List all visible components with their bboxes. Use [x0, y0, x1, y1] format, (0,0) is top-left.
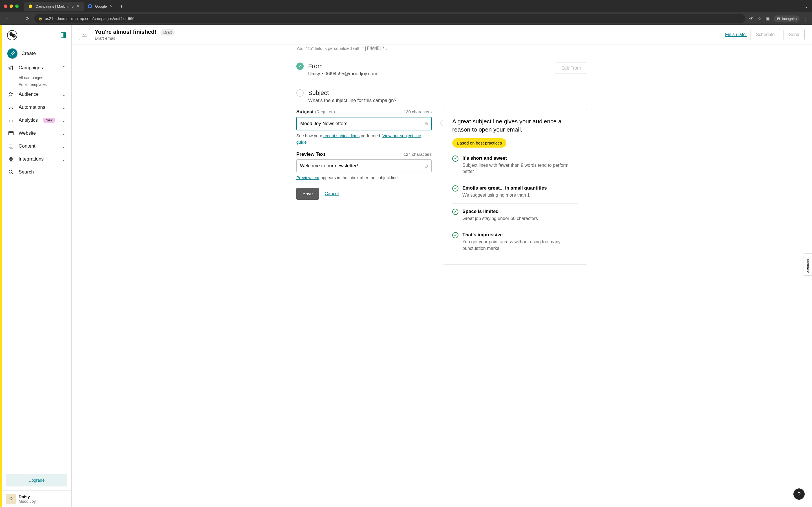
chevron-down-icon: ⌄ [62, 117, 66, 123]
svg-rect-15 [11, 160, 13, 161]
page-subtitle: Draft email [95, 36, 175, 41]
incognito-indicator[interactable]: 🕶 Incognito [774, 15, 800, 22]
scroll-content[interactable]: Your "To" field is personalized with *|F… [71, 45, 812, 507]
svg-rect-9 [9, 131, 13, 135]
edit-from-button[interactable]: Edit From [555, 62, 587, 74]
tip-desc: Great job staying under 60 characters [462, 216, 538, 222]
page-title: You're almost finished! [95, 29, 156, 35]
section-title: Subject [308, 89, 396, 97]
people-icon [7, 91, 15, 98]
toolbar-actions: 👁 ☆ ▣ 🕶 Incognito ⋮ [749, 15, 808, 22]
nav-label: Integrations [18, 156, 44, 162]
svg-rect-11 [10, 145, 13, 148]
nav-website[interactable]: Website ⌄ [4, 127, 68, 140]
svg-point-6 [14, 35, 15, 36]
incognito-icon: 🕶 [776, 17, 780, 21]
check-circle-icon: ✓ [452, 232, 458, 238]
eye-off-icon[interactable]: 👁 [749, 16, 754, 21]
finish-later-link[interactable]: Finish later [725, 32, 747, 37]
empty-circle-icon [296, 89, 304, 97]
nav-label: Website [18, 130, 36, 136]
help-button[interactable]: ? [794, 489, 805, 500]
collapse-sidebar-icon[interactable] [61, 33, 66, 38]
mailchimp-logo-icon[interactable] [7, 30, 17, 41]
app-shell: Create Campaigns ⌃ All campaigns Email t… [0, 25, 812, 507]
tip-item: ✓ Emojis are great... in small quantitie… [452, 180, 578, 204]
preview-field-label: Preview Text 124 characters [296, 152, 432, 157]
status-badge: Draft [160, 29, 174, 36]
emoji-picker-icon[interactable]: ☺ [424, 163, 429, 169]
recent-subject-lines-link[interactable]: recent subject lines [323, 133, 359, 138]
reload-button[interactable]: ⟳ [24, 16, 31, 21]
close-tab-icon[interactable]: ✕ [110, 4, 113, 8]
main-content: You're almost finished! Draft Draft emai… [71, 25, 812, 507]
address-bar[interactable]: 🔒 us21.admin.mailchimp.com/campaigns/edi… [35, 14, 745, 23]
nav-email-templates[interactable]: Email templates [4, 81, 68, 88]
browser-tab-mailchimp[interactable]: Campaigns | Mailchimp ✕ [24, 2, 84, 11]
browser-tab-google[interactable]: Google ✕ [84, 2, 117, 11]
envelope-icon [79, 29, 90, 40]
nav-create[interactable]: Create [4, 46, 68, 61]
upgrade-button[interactable]: Upgrade [6, 474, 67, 487]
subject-input[interactable] [296, 117, 432, 130]
tip-title: That's impressive [462, 232, 503, 237]
svg-rect-17 [82, 33, 87, 36]
nav-analytics[interactable]: Analytics New ⌄ [4, 114, 68, 127]
new-tab-button[interactable]: + [117, 3, 126, 10]
maximize-window-icon[interactable] [15, 4, 18, 8]
close-window-icon[interactable] [4, 4, 7, 8]
nav-search[interactable]: Search [4, 166, 68, 179]
layers-icon [7, 143, 15, 150]
emoji-picker-icon[interactable]: ☺ [424, 121, 429, 127]
chevron-down-icon: ⌄ [62, 105, 66, 110]
panel-icon[interactable]: ▣ [765, 16, 770, 21]
chevron-down-icon: ⌄ [62, 92, 66, 98]
browser-tabs: Campaigns | Mailchimp ✕ Google ✕ + [24, 2, 802, 11]
preview-text-link[interactable]: Preview text [296, 175, 319, 180]
nav-audience[interactable]: Audience ⌄ [4, 88, 68, 101]
nav-campaigns[interactable]: Campaigns ⌃ [4, 61, 68, 74]
char-counter: 124 characters [404, 152, 432, 157]
svg-rect-14 [9, 160, 11, 161]
kebab-menu-icon[interactable]: ⋮ [804, 16, 808, 21]
nav-label: Content [18, 144, 36, 149]
subject-field-label: Subject (Required) 130 characters [296, 109, 432, 115]
lock-icon: 🔒 [38, 17, 43, 20]
bar-chart-icon [7, 117, 15, 124]
best-practices-pill: Based on best practices [452, 138, 506, 148]
nav-all-campaigns[interactable]: All campaigns [4, 74, 68, 81]
user-name: Daisy [18, 494, 36, 499]
preview-text-input[interactable] [296, 159, 432, 172]
tip-item: ✓ That's impressive You got your point a… [452, 227, 578, 257]
subject-form: Subject (Required) 130 characters ☺ See [296, 109, 587, 265]
svg-rect-13 [11, 157, 13, 159]
chevron-down-icon: ⌄ [62, 130, 66, 136]
tip-title: It's short and sweet [462, 156, 507, 161]
char-counter: 130 characters [404, 109, 432, 114]
nav-automations[interactable]: Automations ⌄ [4, 101, 68, 114]
send-button[interactable]: Send [783, 29, 805, 40]
nav-content[interactable]: Content ⌄ [4, 140, 68, 153]
minimize-window-icon[interactable] [10, 4, 13, 8]
schedule-button[interactable]: Schedule [751, 29, 780, 40]
browser-chrome: Campaigns | Mailchimp ✕ Google ✕ + ⌄ ← →… [0, 0, 812, 25]
svg-point-8 [11, 93, 13, 94]
tip-desc: You got your point across without using … [462, 239, 578, 251]
cancel-button[interactable]: Cancel [324, 191, 339, 196]
window-icon [7, 129, 15, 137]
svg-point-7 [10, 93, 11, 94]
save-button[interactable]: Save [296, 188, 319, 200]
page-header: You're almost finished! Draft Draft emai… [71, 25, 812, 45]
user-menu[interactable]: D Daisy Mood Joy [2, 490, 71, 507]
check-circle-icon [296, 62, 304, 70]
feedback-tab[interactable]: Feedback [804, 253, 812, 276]
tip-desc: We suggest using no more than 1 [462, 192, 547, 198]
tabs-overflow-icon[interactable]: ⌄ [804, 4, 808, 9]
back-button[interactable]: ← [4, 16, 10, 21]
from-value: Daisy • 06f94c95@moodjoy.com [308, 71, 377, 76]
close-tab-icon[interactable]: ✕ [77, 4, 80, 8]
subject-input-wrap: ☺ [296, 117, 432, 130]
nav-integrations[interactable]: Integrations ⌄ [4, 153, 68, 166]
bookmark-icon[interactable]: ☆ [758, 16, 762, 21]
header-titles: You're almost finished! Draft Draft emai… [95, 29, 175, 41]
